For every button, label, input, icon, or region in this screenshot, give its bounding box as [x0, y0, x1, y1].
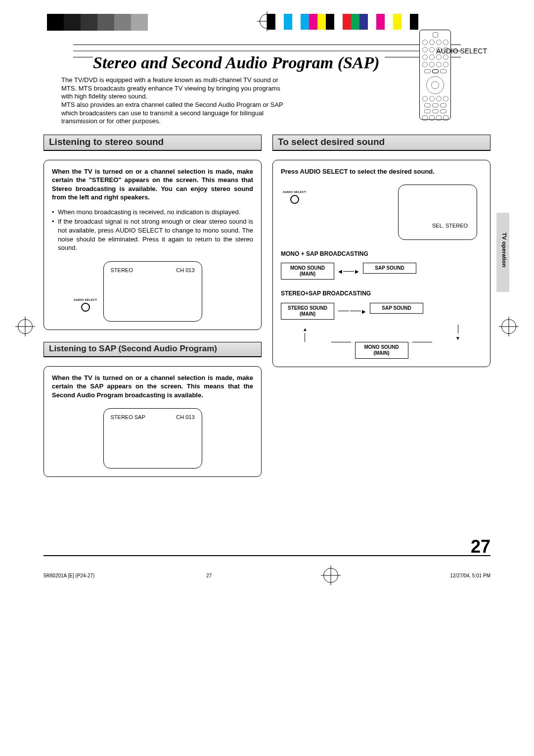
flow-arrows-icon: [338, 263, 359, 276]
registration-mark-bottom-icon: [323, 568, 338, 583]
flow-mono-main: MONO SOUND (MAIN): [281, 263, 334, 280]
footer: 5R80201A [E] (P24-27) 27 12/27/04, 5:01 …: [44, 568, 490, 603]
remote-illustration: AUDIO SELECT: [419, 30, 451, 120]
page-title: Stereo and Second Audio Program (SAP): [93, 53, 385, 72]
heading-stereo: Listening to stereo sound: [44, 135, 262, 151]
right-column: To select desired sound Press AUDIO SELE…: [272, 135, 490, 367]
heading-select: To select desired sound: [272, 135, 490, 151]
tv-stereo-right: CH 013: [176, 267, 194, 316]
tv-sap-right: CH 013: [176, 414, 194, 463]
audio-select-icon-2-label: AUDIO SELECT: [283, 190, 306, 194]
stereo-bullet-1: When mono broadcasting is received, no i…: [52, 208, 253, 217]
sap-step-frame: When the TV is turned on or a channel se…: [44, 366, 262, 477]
audio-select-icon: AUDIO SELECT: [74, 298, 97, 312]
registration-mark-right-icon: [501, 319, 516, 334]
page-content: Stereo and Second Audio Program (SAP) AU…: [44, 45, 490, 556]
intro-paragraphs: The TV/DVD is equipped with a feature kn…: [61, 76, 289, 126]
stereo-bullet-2: If the broadcast signal is not strong en…: [52, 217, 253, 252]
stereo-step-frame: When the TV is turned on or a channel se…: [44, 160, 262, 330]
stereo-sap-flow-bottom: MONO SOUND (MAIN): [281, 342, 482, 359]
audio-select-icon-label: AUDIO SELECT: [74, 298, 97, 302]
heading-sap: Listening to SAP (Second Audio Program): [44, 342, 262, 357]
flow-sap-sound: SAP SOUND: [363, 263, 416, 274]
print-marks-top: [0, 0, 534, 45]
mono-sap-flow: MONO SOUND (MAIN) SAP SOUND: [281, 263, 482, 280]
section-tab-label: TV operation: [501, 233, 507, 267]
footer-center: 27: [206, 573, 212, 578]
page-number: 27: [44, 536, 490, 557]
tv-screen-sap: STEREO SAP CH 013: [103, 408, 202, 469]
flow-mono-main-2: MONO SOUND (MAIN): [355, 342, 408, 359]
flow-arrow-right-icon: [338, 303, 366, 316]
mono-sap-heading: MONO + SAP BROADCASTING: [281, 250, 482, 258]
flow-sap-sound-2: SAP SOUND: [370, 303, 423, 314]
flow-down-arrow-icon: [455, 325, 460, 342]
sap-bold-text: When the TV is turned on or a channel se…: [52, 374, 253, 400]
sel-stereo-label: SEL. STEREO: [432, 222, 468, 230]
tv-screen-stereo: STEREO CH 013: [103, 261, 202, 322]
flow-up-arrow-icon: [303, 325, 308, 342]
intro-p2: MTS also provides an extra channel calle…: [61, 101, 289, 126]
registration-mark-left-icon: [18, 319, 33, 334]
density-bars: [47, 14, 148, 31]
select-step-frame: Press AUDIO SELECT to select the desired…: [272, 160, 490, 367]
remote-callout-label: AUDIO SELECT: [436, 47, 487, 55]
tv-sap-left: STEREO SAP: [111, 414, 145, 463]
page-number-rule: [44, 555, 490, 556]
audio-select-icon-2: AUDIO SELECT: [283, 190, 306, 204]
flow-stereo-main: STEREO SOUND (MAIN): [281, 303, 334, 320]
color-bars: [267, 14, 418, 30]
stereo-sap-heading: STEREO+SAP BROADCASTING: [281, 289, 482, 297]
stereo-sap-flow-top: STEREO SOUND (MAIN) SAP SOUND: [281, 303, 482, 320]
footer-right: 12/27/04, 5:01 PM: [450, 573, 490, 578]
select-instruction: Press AUDIO SELECT to select the desired…: [281, 167, 482, 176]
stereo-bold-text: When the TV is turned on or a channel se…: [52, 167, 253, 202]
tv-screen-select: SEL. STEREO: [398, 185, 477, 240]
left-column: Listening to stereo sound When the TV is…: [44, 135, 262, 477]
intro-p1: The TV/DVD is equipped with a feature kn…: [61, 76, 289, 101]
tv-stereo-left: STEREO: [111, 267, 133, 316]
dpad-icon: [426, 76, 444, 94]
footer-left: 5R80201A [E] (P24-27): [44, 573, 94, 578]
